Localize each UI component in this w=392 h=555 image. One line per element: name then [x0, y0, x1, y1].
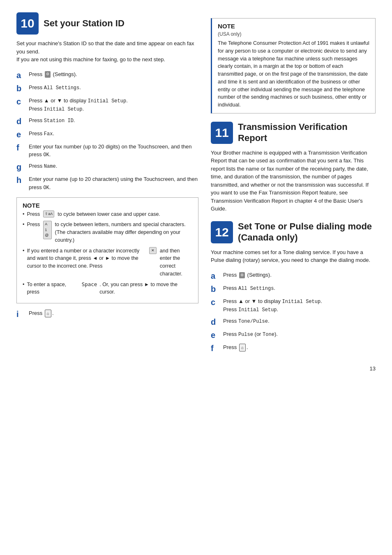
note-title-10: NOTE [23, 202, 192, 209]
step-12d-letter: d [211, 317, 219, 327]
step-d: d Press Station ID. [16, 116, 198, 126]
note-usa-subtitle: (USA only) [218, 31, 369, 37]
step-h-text: Enter your name (up to 20 characters) us… [29, 175, 198, 192]
note-bullets-10: Press ⇧aA to cycle between lower case an… [23, 210, 192, 296]
step-12a: a Press ⚙ (Settings). [211, 271, 376, 281]
step-12f-letter: f [211, 343, 219, 353]
step-a: a Press ⚙ (Settings). [16, 70, 198, 80]
section-10-title: Set your Station ID [44, 18, 125, 29]
step-h: h Enter your name (up to 20 characters) … [16, 175, 198, 192]
section-10-steps: a Press ⚙ (Settings). b Press All Settin… [16, 70, 198, 192]
left-column: 10 Set your Station ID Set your machine'… [16, 12, 198, 372]
shift-icon: ⇧aA [43, 210, 54, 218]
settings-icon: ⚙ [45, 71, 51, 78]
step-h-letter: h [16, 175, 25, 185]
step-e: e Press Fax. [16, 130, 198, 139]
note-box-10: NOTE Press ⇧aA to cycle between lower ca… [16, 197, 198, 304]
step-e-letter: e [16, 130, 25, 139]
note-usa: NOTE (USA only) The Telephone Consumer P… [211, 18, 376, 113]
step-12b-letter: b [211, 284, 219, 294]
section-12-header: 12 Set Tone or Pulse dialing mode (Canad… [211, 221, 376, 243]
section-11-body: Your Brother machine is equipped with a … [211, 149, 376, 213]
step-12d-text: Press Tone/Pulse. [223, 317, 269, 325]
note-usa-title: NOTE [218, 23, 369, 30]
step-12f-text: Press ⌂. [223, 343, 248, 352]
section-11-title: Transmission Verification Report [238, 122, 376, 143]
note-bullet-2: Press A 1 @ to cycle between letters, nu… [23, 221, 192, 244]
step-12c: c Press ▲ or ▼ to display Initial Setup.… [211, 297, 376, 314]
step-f: f Enter your fax number (up to 20 digits… [16, 143, 198, 159]
section-10-header: 10 Set your Station ID [16, 12, 198, 35]
home-icon-12f: ⌂ [239, 344, 246, 352]
section-12-steps: a Press ⚙ (Settings). b Press All Settin… [211, 271, 376, 353]
step-12f: f Press ⌂. [211, 343, 376, 353]
section-10-intro: Set your machine's Station ID so that th… [16, 39, 198, 64]
note-bullet-3: If you entered a number or a character i… [23, 247, 192, 278]
step-b-text: Press All Settings. [29, 83, 81, 92]
delete-icon: ✕ [149, 247, 157, 254]
home-icon: ⌂ [45, 310, 51, 317]
page-number: 13 [211, 365, 376, 372]
page-layout: 10 Set your Station ID Set your machine'… [16, 12, 376, 372]
settings-icon-12a: ⚙ [239, 272, 245, 279]
step-12c-text: Press ▲ or ▼ to display Initial Setup.Pr… [223, 297, 322, 314]
section-10-number: 10 [16, 12, 39, 35]
step-f-text: Enter your fax number (up to 20 digits) … [29, 143, 198, 159]
step-f-letter: f [16, 143, 25, 153]
step-12e-letter: e [211, 330, 219, 340]
step-12e: e Press Pulse (or Tone). [211, 330, 376, 340]
step-d-text: Press Station ID. [29, 116, 75, 125]
note-bullet-1: Press ⇧aA to cycle between lower case an… [23, 210, 192, 218]
step-i-text: Press ⌂. [29, 309, 54, 317]
step-a-text: Press ⚙ (Settings). [29, 70, 77, 79]
section-12-number: 12 [211, 221, 233, 243]
step-e-text: Press Fax. [29, 130, 54, 138]
step-c: c Press ▲ or ▼ to display Initial Setup.… [16, 97, 198, 113]
step-d-letter: d [16, 116, 25, 126]
a1-icon: A 1 @ [43, 221, 51, 239]
step-i: i Press ⌂. [16, 309, 198, 319]
step-g: g Press Name. [16, 162, 198, 172]
step-12c-letter: c [211, 297, 219, 307]
section-12-intro: Your machine comes set for a Tone dialin… [211, 248, 376, 264]
step-g-letter: g [16, 162, 25, 172]
step-g-text: Press Name. [29, 162, 57, 170]
section-11-header: 11 Transmission Verification Report [211, 122, 376, 144]
step-c-text: Press ▲ or ▼ to display Initial Setup.Pr… [29, 97, 128, 113]
step-12e-text: Press Pulse (or Tone). [223, 330, 278, 338]
right-column: NOTE (USA only) The Telephone Consumer P… [211, 12, 376, 372]
step-c-letter: c [16, 97, 25, 106]
step-12b-text: Press All Settings. [223, 284, 275, 292]
note-usa-body: The Telephone Consumer Protection Act of… [218, 39, 369, 109]
step-12d: d Press Tone/Pulse. [211, 317, 376, 327]
step-b-letter: b [16, 83, 25, 93]
step-12a-text: Press ⚙ (Settings). [223, 271, 272, 279]
note-bullet-4: To enter a space, press Space. Or, you c… [23, 281, 192, 296]
section-11-number: 11 [211, 122, 233, 144]
section-10-step-i: i Press ⌂. [16, 309, 198, 319]
section-12-title: Set Tone or Pulse dialing mode (Canada o… [238, 221, 376, 243]
step-i-letter: i [16, 309, 25, 319]
step-12a-letter: a [211, 271, 219, 281]
step-a-letter: a [16, 70, 25, 80]
step-12b: b Press All Settings. [211, 284, 376, 294]
step-b: b Press All Settings. [16, 83, 198, 93]
